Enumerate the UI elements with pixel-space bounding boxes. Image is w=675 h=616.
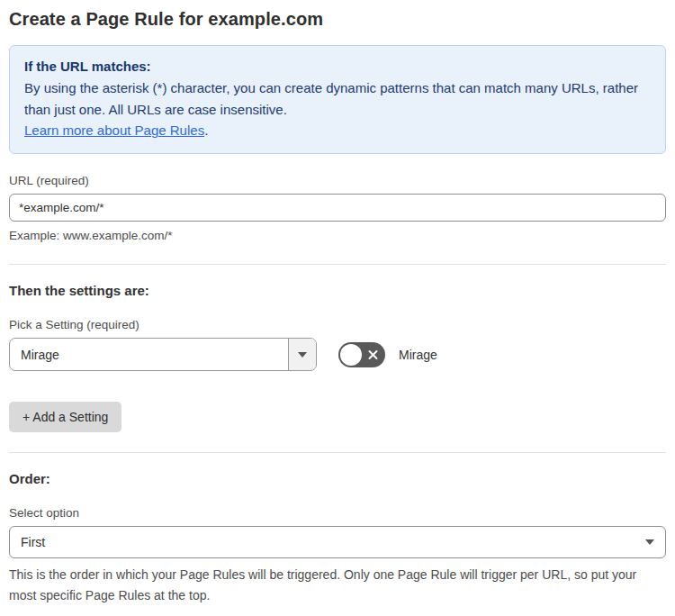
setting-select[interactable]: Mirage <box>9 338 317 371</box>
link-suffix: . <box>204 122 208 138</box>
divider <box>9 264 666 265</box>
info-box-heading: If the URL matches: <box>24 56 651 77</box>
order-select[interactable]: First <box>9 526 666 558</box>
order-select-label: Select option <box>9 506 666 520</box>
mirage-toggle[interactable] <box>338 342 385 367</box>
divider <box>9 452 666 453</box>
learn-more-link[interactable]: Learn more about Page Rules <box>24 122 204 138</box>
order-select-value: First <box>21 535 45 549</box>
pick-setting-label: Pick a Setting (required) <box>9 318 666 331</box>
chevron-down-icon <box>645 539 654 545</box>
setting-select-value: Mirage <box>10 339 288 370</box>
chevron-down-icon <box>298 352 307 358</box>
add-setting-button[interactable]: + Add a Setting <box>9 402 122 432</box>
x-icon <box>367 349 379 360</box>
order-section-heading: Order: <box>9 471 666 486</box>
info-box-link-line: Learn more about Page Rules. <box>24 120 651 140</box>
order-helper-text: This is the order in which your Page Rul… <box>9 565 661 605</box>
settings-section-heading: Then the settings are: <box>9 283 666 298</box>
url-match-info-box: If the URL matches: By using the asteris… <box>9 45 666 154</box>
toggle-knob <box>340 344 362 366</box>
setting-select-caret-button[interactable] <box>288 339 316 370</box>
page-title: Create a Page Rule for example.com <box>9 9 666 30</box>
url-field-label: URL (required) <box>9 174 666 187</box>
url-input[interactable] <box>9 194 666 222</box>
toggle-label: Mirage <box>399 348 437 362</box>
setting-row: Mirage Mirage <box>9 338 666 371</box>
info-box-body: By using the asterisk (*) character, you… <box>24 77 651 120</box>
url-example-helper: Example: www.example.com/* <box>9 227 666 245</box>
